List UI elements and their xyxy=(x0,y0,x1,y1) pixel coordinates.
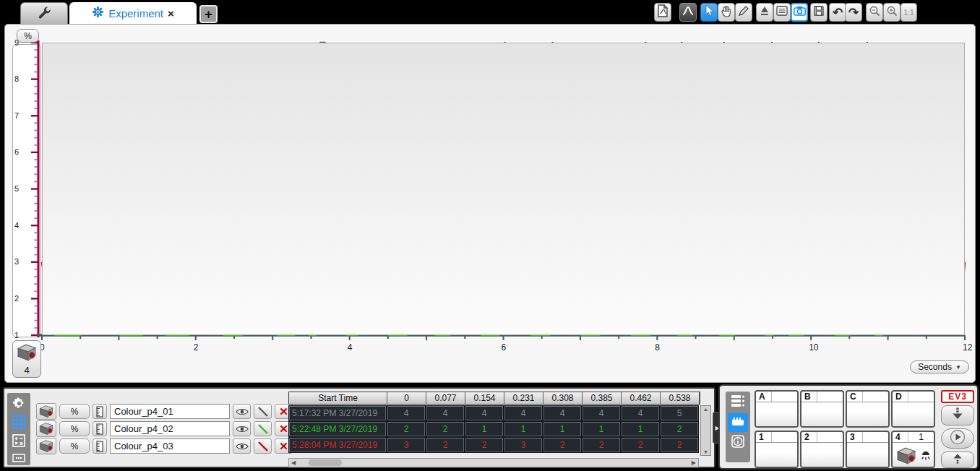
port-label: 3 xyxy=(847,432,863,442)
value-cell: 3 xyxy=(387,438,425,452)
eye-icon xyxy=(236,407,249,416)
dataset-visibility-button[interactable] xyxy=(233,438,251,454)
pointer-tool-button[interactable] xyxy=(700,3,718,22)
value-cell: 4 xyxy=(583,406,620,420)
dataset-name-input[interactable] xyxy=(110,404,230,419)
y-tick-label: 9 xyxy=(14,38,27,47)
table-header-time[interactable]: 0.231 xyxy=(504,392,543,404)
options-tab-button[interactable] xyxy=(9,452,28,465)
line-style-icon xyxy=(257,406,269,418)
lamp-icon xyxy=(920,451,932,461)
dataset-unit-button[interactable]: % xyxy=(59,404,90,419)
table-horizontal-scrollbar[interactable]: ◀ ▶ xyxy=(288,458,699,467)
colour-sensor-icon[interactable] xyxy=(36,438,56,454)
value-cell: 2 xyxy=(543,438,581,452)
port-header: 2 xyxy=(801,432,843,443)
settings-tab-button[interactable] xyxy=(9,396,28,413)
x-axis-unit-dropdown[interactable]: Seconds ▼ xyxy=(910,360,969,373)
undo-button[interactable]: ↶ xyxy=(829,3,846,22)
oscilloscope-mode-button[interactable] xyxy=(679,3,697,22)
data-table[interactable]: Start Time00.0770.1540.2310.3080.3850.46… xyxy=(288,392,700,405)
port-4[interactable]: 41 xyxy=(891,431,935,468)
port-C[interactable]: C xyxy=(846,390,890,428)
brick-info-tab[interactable] xyxy=(728,393,748,412)
top-bar: Experiment × + xyxy=(0,0,980,24)
table-header-time[interactable]: 0.308 xyxy=(543,392,583,404)
dataset-unit-button[interactable]: % xyxy=(59,421,90,436)
table-view-tab-button[interactable] xyxy=(9,415,28,432)
port-view-tab[interactable] xyxy=(728,413,748,432)
ruler-icon xyxy=(96,423,103,435)
table-header-time[interactable]: 0.462 xyxy=(622,392,661,404)
port-2[interactable]: 2 xyxy=(800,431,844,468)
y-axis-sensor-selector[interactable]: 4 xyxy=(12,340,41,378)
zoom-out-button[interactable] xyxy=(866,3,883,22)
brick-list-icon xyxy=(731,394,745,410)
ev3-logo: EV3 xyxy=(941,390,974,403)
download-button[interactable] xyxy=(941,405,974,425)
scroll-right-icon[interactable]: ▶ xyxy=(692,459,696,466)
table-row[interactable]: 5:17:32 PM 3/27/201944444445 xyxy=(288,405,699,421)
play-icon xyxy=(950,429,966,448)
colour-sensor-icon[interactable] xyxy=(36,420,56,437)
scroll-down-icon[interactable]: ▼ xyxy=(703,449,708,454)
dataset-line-style-button[interactable] xyxy=(254,438,272,454)
table-header-time[interactable]: 0 xyxy=(387,392,426,404)
colour-sensor-icon[interactable] xyxy=(36,403,56,420)
dataset-name-input[interactable] xyxy=(110,421,230,436)
pan-tool-button[interactable] xyxy=(718,3,735,22)
table-header-start-time[interactable]: Start Time xyxy=(289,392,387,404)
dataset-notes-button[interactable] xyxy=(773,3,791,22)
table-row[interactable]: 5:28:04 PM 3/27/201932232222 xyxy=(288,437,699,453)
dataset-name-input[interactable] xyxy=(110,438,230,454)
dataset-line-style-button[interactable] xyxy=(254,421,272,436)
port-header: 41 xyxy=(893,432,934,443)
scroll-left-icon[interactable]: ◀ xyxy=(291,459,296,466)
port-3[interactable]: 3 xyxy=(846,431,890,468)
upload-button[interactable] xyxy=(941,451,974,468)
table-header-time[interactable]: 0.385 xyxy=(583,392,622,404)
pan-hand-icon xyxy=(721,5,732,20)
wrench-icon xyxy=(37,5,51,22)
table-vertical-scrollbar[interactable]: ▲ ▼ xyxy=(700,405,711,456)
colour-sensor-icon xyxy=(38,405,54,418)
save-button[interactable] xyxy=(810,3,828,22)
dataset-scale-button[interactable] xyxy=(93,438,107,454)
tools-tab[interactable] xyxy=(20,2,68,24)
scroll-up-icon[interactable]: ▲ xyxy=(703,407,708,412)
port-A[interactable]: A xyxy=(755,390,799,428)
table-row[interactable]: 5:22:48 PM 3/27/201922111112 xyxy=(288,421,699,437)
redo-button[interactable]: ↷ xyxy=(845,3,862,22)
new-tab-button[interactable]: + xyxy=(199,5,218,23)
calculation-tab-button[interactable] xyxy=(9,433,28,451)
available-bricks-tab[interactable] xyxy=(728,433,748,452)
table-header-time[interactable]: 0.154 xyxy=(465,392,504,404)
dataset-scale-button[interactable] xyxy=(93,404,107,419)
table-header-time[interactable]: 0.077 xyxy=(426,392,465,404)
zoom-reset-button[interactable]: 1:1 xyxy=(901,3,917,22)
dataset-visibility-button[interactable] xyxy=(233,404,251,419)
dataset-scale-button[interactable] xyxy=(93,421,107,436)
marker-tool-button[interactable] xyxy=(735,3,752,22)
new-experiment-button[interactable] xyxy=(654,3,671,22)
plot-area[interactable] xyxy=(42,43,965,335)
dataset-unit-button[interactable]: % xyxy=(59,438,90,454)
y-tick-label: 6 xyxy=(14,147,27,156)
zoom-in-button[interactable] xyxy=(883,3,901,22)
value-cell: 2 xyxy=(661,422,698,436)
port-D[interactable]: D xyxy=(891,390,935,428)
table-header-time[interactable]: 0.538 xyxy=(661,392,700,404)
dataset-row: %✕ xyxy=(36,438,293,454)
export-image-button[interactable] xyxy=(791,3,808,22)
scrollbar-thumb[interactable] xyxy=(309,459,342,466)
download-and-run-button[interactable] xyxy=(941,428,974,449)
dataset-line-style-button[interactable] xyxy=(254,404,272,419)
dataset-visibility-button[interactable] xyxy=(233,421,251,436)
experiment-icon xyxy=(92,6,104,21)
y-tick-label: 8 xyxy=(14,74,27,83)
tab-close-icon[interactable]: × xyxy=(168,7,174,20)
port-B[interactable]: B xyxy=(800,390,844,428)
section-analysis-button[interactable] xyxy=(756,3,773,22)
port-1[interactable]: 1 xyxy=(755,431,799,468)
tab-experiment[interactable]: Experiment × xyxy=(69,2,197,24)
